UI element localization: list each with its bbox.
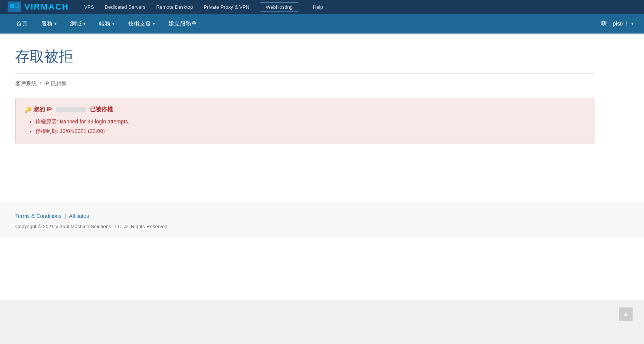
page-wrapper: 存取被拒 客戶系統 / IP 已封禁 🔑 您的 IP 已被停權 停權原因: Ba… <box>0 34 644 300</box>
alert-title-suffix: 已被停權 <box>90 106 113 113</box>
footer: Terms & Conditions | Affiliates Copyrigh… <box>0 202 644 237</box>
chevron-down-icon: ▾ <box>54 22 56 26</box>
alert-box: 🔑 您的 IP 已被停權 停權原因: Banned for 88 login a… <box>15 98 594 144</box>
footer-affiliates-link[interactable]: Affiliates <box>69 213 89 219</box>
breadcrumb-home[interactable]: 客戶系統 <box>15 80 37 87</box>
nav-domains[interactable]: 網域 ▾ <box>65 18 91 30</box>
top-nav-left: VIRMACH VPS Dedicated Servers Remote Des… <box>8 2 323 12</box>
reason-value: Banned for 88 login attempts. <box>60 118 130 125</box>
user-greeting: 嗨，pistr！ <box>601 20 629 27</box>
topnav-link-remote[interactable]: Remote Desktop <box>156 4 193 10</box>
ban-icon: 🔑 <box>25 107 31 113</box>
topnav-link-vps[interactable]: VPS <box>84 4 94 10</box>
svg-rect-1 <box>10 4 14 8</box>
topnav-link-proxy[interactable]: Private Proxy & VPN <box>203 4 249 10</box>
main-navigation: 首頁 服務 ▾ 網域 ▾ 帳務 ▾ 技術支援 ▾ 建立服務單 嗨，pistr！ … <box>0 14 644 34</box>
title-divider <box>15 73 594 74</box>
page-title: 存取被拒 <box>15 47 594 66</box>
topnav-webhosting-button[interactable]: WebHosting <box>260 2 298 12</box>
user-menu[interactable]: 嗨，pistr！ ▾ <box>601 20 633 27</box>
nav-services-label: 服務 <box>41 20 53 27</box>
logo-icon <box>8 2 21 12</box>
topnav-link-dedicated[interactable]: Dedicated Servers <box>105 4 146 10</box>
breadcrumb: 客戶系統 / IP 已封禁 <box>15 80 594 87</box>
alert-reason: 停權原因: Banned for 88 login attempts. <box>35 117 585 126</box>
topnav-link-help[interactable]: Help <box>313 4 323 10</box>
top-nav-links: VPS Dedicated Servers Remote Desktop Pri… <box>84 2 323 12</box>
nav-support[interactable]: 技術支援 ▾ <box>123 18 160 30</box>
chevron-down-icon: ▾ <box>631 22 633 26</box>
nav-support-label: 技術支援 <box>128 20 151 27</box>
logo-text: VIRMACH <box>24 2 69 12</box>
footer-link-separator: | <box>64 213 66 219</box>
reason-label: 停權原因: <box>35 118 58 125</box>
nav-billing[interactable]: 帳務 ▾ <box>94 18 120 30</box>
footer-terms-link[interactable]: Terms & Conditions <box>15 213 61 219</box>
breadcrumb-separator: / <box>40 81 41 87</box>
svg-rect-2 <box>15 4 19 8</box>
nav-create-ticket[interactable]: 建立服務單 <box>163 18 202 30</box>
chevron-up-icon: ▲ <box>623 311 629 318</box>
expire-value: 12/04/2021 (23:00) <box>60 128 105 134</box>
scroll-to-top-button[interactable]: ▲ <box>619 307 633 321</box>
chevron-down-icon: ▾ <box>153 22 155 26</box>
alert-title: 🔑 您的 IP 已被停權 <box>25 106 585 113</box>
alert-expire: 停權到期: 12/04/2021 (23:00) <box>35 126 585 136</box>
nav-services[interactable]: 服務 ▾ <box>36 18 62 30</box>
nav-billing-label: 帳務 <box>99 20 111 27</box>
content-area: 存取被拒 客戶系統 / IP 已封禁 🔑 您的 IP 已被停權 停權原因: Ba… <box>0 35 610 171</box>
alert-title-prefix: 您的 IP <box>34 106 52 113</box>
ip-address-redacted <box>56 107 86 112</box>
main-nav-left: 首頁 服務 ▾ 網域 ▾ 帳務 ▾ 技術支援 ▾ 建立服務單 <box>11 18 202 30</box>
alert-details-list: 停權原因: Banned for 88 login attempts. 停權到期… <box>25 117 585 136</box>
footer-copyright: Copyright © 2021 Virtual Machine Solutio… <box>15 224 629 229</box>
nav-domains-label: 網域 <box>70 20 82 27</box>
chevron-down-icon: ▾ <box>83 22 85 26</box>
nav-home[interactable]: 首頁 <box>11 18 33 30</box>
footer-links: Terms & Conditions | Affiliates <box>15 213 629 219</box>
expire-label: 停權到期: <box>35 128 58 134</box>
breadcrumb-current: IP 已封禁 <box>44 80 67 87</box>
top-navigation: VIRMACH VPS Dedicated Servers Remote Des… <box>0 0 644 14</box>
logo-area: VIRMACH <box>8 2 69 12</box>
chevron-down-icon: ▾ <box>112 22 114 26</box>
